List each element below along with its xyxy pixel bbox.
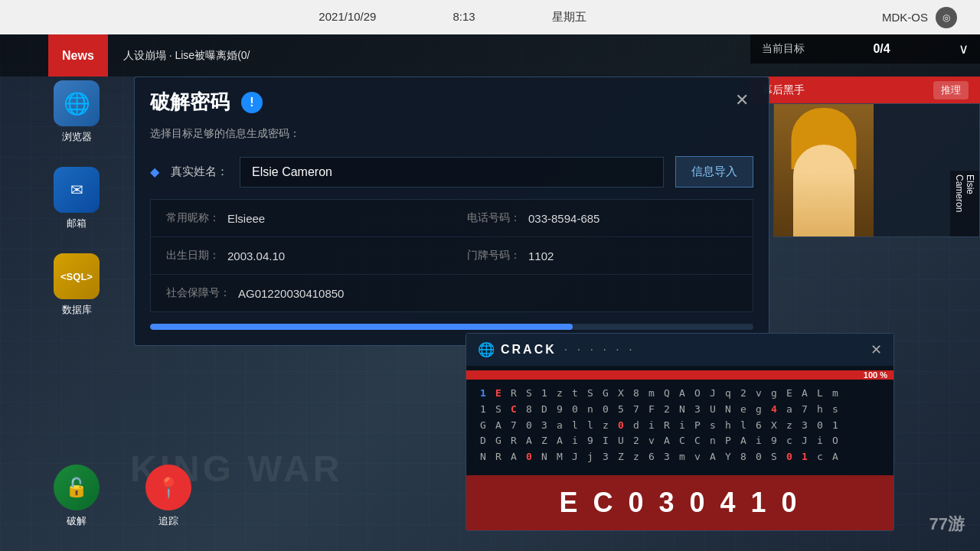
watermark: 77游 bbox=[929, 513, 965, 536]
crack-globe-icon: 🌐 bbox=[478, 341, 495, 358]
time-display: 8:13 bbox=[452, 10, 475, 24]
sidebar: 🌐 浏览器 ✉ 邮箱 <SQL> 数据库 bbox=[54, 80, 100, 317]
mc-0-1: 1 bbox=[478, 386, 488, 402]
status-right: MDK-OS ◎ bbox=[882, 7, 957, 28]
crack-close-button[interactable]: ✕ bbox=[871, 341, 882, 358]
progress-bar-bg bbox=[150, 324, 753, 330]
crack-icon-box: 🔓 bbox=[54, 465, 100, 510]
birthday-value: 2003.04.10 bbox=[227, 249, 285, 262]
char-card-inner: Elsie Cameron bbox=[774, 104, 979, 236]
sidebar-item-db[interactable]: <SQL> 数据库 bbox=[54, 253, 100, 317]
watermark-text: 77游 bbox=[929, 514, 965, 533]
character-portrait bbox=[774, 104, 874, 236]
ssn-value: AG01220030410850 bbox=[238, 287, 344, 300]
matrix-row-0: 1 E R S 1 z t S G X 8 m Q A O J q 2 v g bbox=[478, 386, 882, 402]
mail-icon-box: ✉ bbox=[54, 167, 100, 213]
crack-progress-label: 100 % bbox=[864, 370, 887, 380]
mc-0-2: E bbox=[493, 386, 504, 402]
target-label: 当前目标 bbox=[762, 42, 805, 56]
crack-progress-fill bbox=[466, 370, 893, 380]
browser-label: 浏览器 bbox=[62, 130, 92, 144]
os-icon[interactable]: ◎ bbox=[936, 7, 957, 28]
news-content: 人设崩塌 · Lise被曝离婚(0/ bbox=[123, 49, 250, 63]
sidebar-item-mail[interactable]: ✉ 邮箱 bbox=[54, 167, 100, 230]
crack-terminal-header: 🌐 CRACK · · · · · · ✕ bbox=[466, 334, 893, 366]
door-value: 1102 bbox=[528, 249, 554, 262]
info-cell-door: 门牌号码： 1102 bbox=[452, 237, 753, 274]
crack-terminal: 🌐 CRACK · · · · · · ✕ 100 % 1 E R S 1 z … bbox=[466, 333, 894, 531]
track-icon-box: 📍 bbox=[145, 465, 191, 510]
status-center: 2021/10/29 8:13 星期五 bbox=[318, 10, 586, 24]
crack-dots: · · · · · · bbox=[564, 343, 635, 357]
date-display: 2021/10/29 bbox=[318, 10, 376, 24]
info-cell-birthday: 出生日期： 2003.04.10 bbox=[151, 237, 452, 274]
ssn-label: 社会保障号： bbox=[166, 286, 230, 300]
dialog-header: 破解密码 ! ✕ bbox=[135, 77, 769, 127]
decode-dialog: 破解密码 ! ✕ 选择目标足够的信息生成密码： ◆ 真实姓名： 信息导入 常用昵… bbox=[134, 77, 769, 346]
browser-icon-box: 🌐 bbox=[54, 80, 100, 126]
matrix-row-4: N R A 0 N M J j 3 Z z 6 3 m v A Y 8 0 S bbox=[478, 449, 882, 465]
target-panel: 当前目标 0/4 ∨ bbox=[750, 34, 980, 64]
matrix-row-1: 1 S C 8 D 9 0 n 0 5 7 F 2 N 3 U N e g 4 bbox=[478, 402, 882, 418]
sidebar-item-track[interactable]: 📍 追踪 bbox=[145, 465, 191, 528]
progress-bar-fill bbox=[150, 324, 573, 330]
progress-area bbox=[150, 324, 753, 330]
crack-result-chars: E C 0 3 0 4 1 0 bbox=[559, 487, 800, 519]
matrix-row-3: D G R A Z A i 9 I U 2 v A C C n P A i 9 bbox=[478, 433, 882, 449]
matrix-display: 1 E R S 1 z t S G X 8 m Q A O J q 2 v g bbox=[466, 380, 893, 471]
character-card: Elsie Cameron bbox=[773, 103, 980, 237]
portrait-face bbox=[793, 145, 854, 236]
phone-value: 033-8594-685 bbox=[528, 212, 599, 225]
dialog-title: 破解密码 bbox=[150, 89, 230, 116]
crack-progress-bar: 100 % bbox=[466, 370, 893, 380]
day-display: 星期五 bbox=[552, 10, 586, 24]
info-table: 常用昵称： Elsieee 电话号码： 033-8594-685 出生日期： 2… bbox=[150, 199, 753, 312]
crack-result-display: E C 0 3 0 4 1 0 bbox=[466, 475, 893, 530]
matrix-row-2: G A 7 0 3 a l l z 0 d i R i P s h l 6 X bbox=[478, 418, 882, 434]
name-field-input[interactable] bbox=[240, 157, 664, 187]
info-row-3: 社会保障号： AG01220030410850 bbox=[151, 275, 753, 311]
db-label: 数据库 bbox=[62, 303, 92, 317]
red-header-bar: 幕后黑手 推理 bbox=[750, 77, 980, 103]
sidebar-item-browser[interactable]: 🌐 浏览器 bbox=[54, 80, 100, 144]
target-count: 0/4 bbox=[873, 42, 890, 56]
reason-button[interactable]: 推理 bbox=[933, 81, 969, 99]
crack-label: 破解 bbox=[67, 514, 87, 528]
dialog-info-icon: ! bbox=[241, 92, 263, 113]
door-label: 门牌号码： bbox=[467, 249, 521, 262]
game-background: KING WAR News 人设崩塌 · Lise被曝离婚(0/ 当前目标 0/… bbox=[0, 34, 980, 551]
crack-title: CRACK bbox=[501, 343, 557, 357]
track-label: 追踪 bbox=[158, 514, 178, 528]
db-icon-box: <SQL> bbox=[54, 253, 100, 299]
character-name-tag: Elsie Cameron bbox=[950, 171, 979, 237]
info-row-1: 常用昵称： Elsieee 电话号码： 033-8594-685 bbox=[151, 200, 753, 237]
mail-label: 邮箱 bbox=[67, 217, 87, 230]
bottom-sidebar: 🔓 破解 📍 追踪 bbox=[54, 465, 191, 528]
import-button[interactable]: 信息导入 bbox=[675, 156, 753, 187]
status-bar: 2021/10/29 8:13 星期五 MDK-OS ◎ bbox=[0, 0, 980, 34]
info-cell-nickname-label: 常用昵称： Elsieee bbox=[151, 200, 452, 236]
info-row-2: 出生日期： 2003.04.10 门牌号码： 1102 bbox=[151, 237, 753, 275]
os-label: MDK-OS bbox=[882, 11, 928, 24]
dialog-subtitle: 选择目标足够的信息生成密码： bbox=[135, 127, 769, 152]
info-cell-ssn: 社会保障号： AG01220030410850 bbox=[151, 275, 452, 311]
diamond-icon: ◆ bbox=[150, 165, 159, 179]
info-cell-phone: 电话号码： 033-8594-685 bbox=[452, 200, 753, 236]
news-tag[interactable]: News bbox=[48, 34, 108, 77]
nickname-value: Elsieee bbox=[227, 212, 265, 225]
nickname-label: 常用昵称： bbox=[166, 211, 220, 225]
sidebar-item-crack[interactable]: 🔓 破解 bbox=[54, 465, 100, 528]
crack-progress: 100 % bbox=[466, 366, 893, 380]
birthday-label: 出生日期： bbox=[166, 249, 220, 262]
info-cell-empty bbox=[452, 275, 753, 311]
name-field-label: 真实姓名： bbox=[171, 165, 228, 179]
name-field-row: ◆ 真实姓名： 信息导入 bbox=[135, 152, 769, 199]
target-expand-btn[interactable]: ∨ bbox=[959, 41, 969, 57]
dialog-close-button[interactable]: ✕ bbox=[730, 89, 753, 112]
phone-label: 电话号码： bbox=[467, 211, 521, 225]
